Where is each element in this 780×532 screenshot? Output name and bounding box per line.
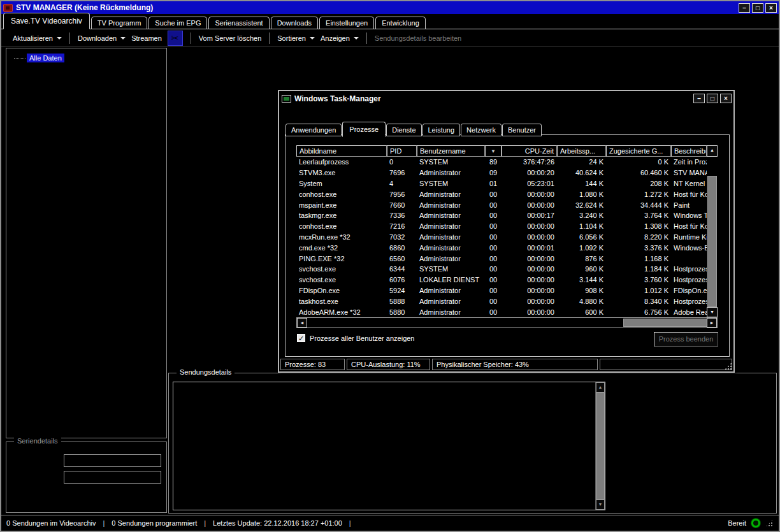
resize-grip[interactable]	[725, 363, 732, 370]
process-cell-name: cmd.exe *32	[296, 244, 387, 252]
status-separator: |	[204, 519, 206, 527]
tab-netzwerk[interactable]: Netzwerk	[461, 124, 502, 136]
prozesse-tab-page: Abbildname PID Benutzername ▼ CPU-Zeit A…	[285, 134, 730, 357]
scroll-up-icon[interactable]: ▲	[707, 145, 718, 157]
anzeigen-button[interactable]: Anzeigen	[321, 34, 359, 42]
toolbar-separator	[366, 32, 367, 44]
process-cell-desc: NT Kernel & Sy	[671, 180, 707, 187]
close-button[interactable]: ×	[765, 3, 777, 13]
seriendetails-field-1[interactable]	[64, 454, 161, 467]
tab-benutzer[interactable]: Benutzer	[502, 124, 542, 136]
process-cell-desc: Host für Konso	[671, 222, 707, 230]
process-row[interactable]: mspaint.exe7660Administrator0000:00:0032…	[296, 199, 718, 210]
maximize-button[interactable]: □	[707, 94, 718, 103]
process-cell-cpu: 00	[485, 191, 502, 198]
column-header-arbeitsspeicher[interactable]: Arbeitssp...	[557, 145, 606, 157]
column-header-abbildname[interactable]: Abbildname	[296, 145, 387, 157]
column-header-cpu[interactable]: ▼	[485, 145, 502, 157]
scrollbar-thumb[interactable]	[623, 319, 707, 327]
scroll-right-icon[interactable]: ►	[707, 318, 717, 327]
downloaden-button[interactable]: Downloaden	[78, 34, 126, 42]
aktualisieren-button[interactable]: Aktualisieren	[13, 34, 62, 42]
scroll-down-icon[interactable]: ▼	[707, 307, 718, 317]
process-cell-desc: Paint	[671, 201, 707, 209]
tab-serienassistent[interactable]: Serienassistent	[208, 17, 269, 29]
process-table-vscrollbar[interactable]: ▼	[707, 157, 718, 317]
resize-grip[interactable]	[765, 519, 774, 528]
process-row[interactable]: svchost.exe6076LOKALER DIENST0000:00:003…	[296, 275, 718, 285]
process-cell-time: 00:00:20	[502, 169, 557, 176]
process-row[interactable]: AdobeARM.exe *325880Administrator0000:00…	[296, 306, 718, 317]
scrollbar-thumb[interactable]	[707, 176, 717, 307]
tab-prozesse[interactable]: Prozesse	[342, 122, 386, 137]
vom-server-loeschen-button[interactable]: Vom Server löschen	[199, 34, 261, 42]
process-row[interactable]: STVM3.exe7696Administrator0900:00:2040.6…	[296, 168, 718, 178]
tab-downloads[interactable]: Downloads	[271, 17, 318, 29]
process-cell-user: Administrator	[417, 212, 485, 219]
seriendetails-field-2[interactable]	[64, 471, 161, 484]
show-all-users-checkbox[interactable]: ✓	[297, 334, 305, 342]
process-row[interactable]: taskhost.exe5888Administrator0000:00:004…	[296, 296, 718, 306]
minimize-button[interactable]: –	[739, 3, 750, 13]
process-cell-user: Administrator	[417, 169, 485, 176]
process-cell-name: System	[296, 180, 387, 187]
column-header-zugesichert[interactable]: Zugesicherte G...	[606, 145, 671, 157]
process-cell-pid: 6344	[387, 265, 417, 273]
tab-dienste[interactable]: Dienste	[386, 124, 421, 136]
scroll-left-icon[interactable]: ◄	[297, 318, 307, 327]
sortieren-button[interactable]: Sortieren	[277, 34, 315, 42]
close-button[interactable]: ×	[720, 94, 732, 103]
column-header-cpu-zeit[interactable]: CPU-Zeit	[502, 145, 557, 157]
tab-leistung[interactable]: Leistung	[422, 124, 461, 136]
process-row[interactable]: cmd.exe *326860Administrator0000:00:011.…	[296, 242, 718, 253]
process-cell-desc: Zeit in Prozent	[671, 158, 707, 166]
process-cell-mem: 960 K	[557, 265, 606, 273]
process-row[interactable]: svchost.exe6344SYSTEM0000:00:00960 K1.18…	[296, 264, 718, 275]
maximize-button[interactable]: □	[752, 3, 763, 13]
sendungsdetails-scrollbar[interactable]: ▲ ▼	[595, 382, 605, 510]
process-cell-time: 00:00:01	[502, 244, 557, 252]
process-table-hscrollbar[interactable]: ◄ ►	[296, 317, 718, 328]
process-cell-pid: 5880	[387, 308, 417, 316]
process-cell-mem: 1.080 K	[557, 191, 606, 198]
process-row[interactable]: taskmgr.exe7336Administrator0000:00:173.…	[296, 210, 718, 221]
scroll-up-icon[interactable]: ▲	[596, 382, 605, 392]
process-cell-cpu: 00	[485, 265, 502, 273]
tab-einstellungen[interactable]: Einstellungen	[319, 17, 374, 29]
videoarchiv-tree-panel: Alle Daten	[6, 48, 167, 438]
tab-entwicklung[interactable]: Entwicklung	[375, 17, 426, 29]
end-process-button[interactable]: Prozess beenden	[654, 332, 718, 347]
process-row[interactable]: PING.EXE *326560Administrator0000:00:008…	[296, 253, 718, 264]
cut-button[interactable]: ✂	[168, 31, 183, 46]
streamen-button[interactable]: Streamen	[131, 34, 162, 42]
column-header-pid[interactable]: PID	[387, 145, 417, 157]
process-row[interactable]: FDispOn.exe5924Administrator0000:00:0090…	[296, 285, 718, 296]
taskmanager-window-controls: – □ ×	[693, 94, 732, 103]
process-row[interactable]: System4SYSTEM0105:23:01144 K208 KNT Kern…	[296, 178, 718, 189]
process-cell-desc: Windows Task-	[671, 212, 707, 219]
scroll-down-icon[interactable]: ▼	[596, 500, 605, 510]
column-header-benutzername[interactable]: Benutzername	[417, 145, 485, 157]
minimize-button[interactable]: –	[693, 94, 705, 103]
tree-item-alle-daten[interactable]: Alle Daten	[14, 54, 64, 62]
process-cell-user: Administrator	[417, 191, 485, 198]
process-row[interactable]: conhost.exe7956Administrator0000:00:001.…	[296, 189, 718, 199]
sendungsdetails-bearbeiten-button[interactable]: Sendungsdetails bearbeiten	[375, 34, 461, 42]
process-cell-commit: 6.756 K	[606, 308, 671, 316]
tab-savetv-videoarchiv[interactable]: Save.TV Videoarchiv	[3, 13, 90, 29]
tab-suche-im-epg[interactable]: Suche im EPG	[148, 17, 207, 29]
process-cell-time: 05:23:01	[502, 180, 557, 187]
column-header-beschreibung[interactable]: Beschreibung	[671, 145, 707, 157]
process-row[interactable]: conhost.exe7216Administrator0000:00:001.…	[296, 221, 718, 232]
process-cell-mem: 1.104 K	[557, 222, 606, 230]
scrollbar-thumb[interactable]	[596, 392, 605, 500]
tab-anwendungen[interactable]: Anwendungen	[285, 124, 342, 136]
process-row[interactable]: Leerlaufprozess0SYSTEM89376:47:2624 K0 K…	[296, 157, 718, 168]
process-row[interactable]: mcxRun.exe *327032Administrator0000:00:0…	[296, 232, 718, 243]
process-cell-pid: 7696	[387, 169, 417, 176]
process-cell-name: svchost.exe	[296, 276, 387, 284]
tab-tv-programm[interactable]: TV Programm	[91, 17, 147, 29]
process-cell-pid: 7956	[387, 191, 417, 198]
process-cell-mem: 4.880 K	[557, 298, 606, 305]
window-controls: – □ ×	[739, 3, 777, 13]
